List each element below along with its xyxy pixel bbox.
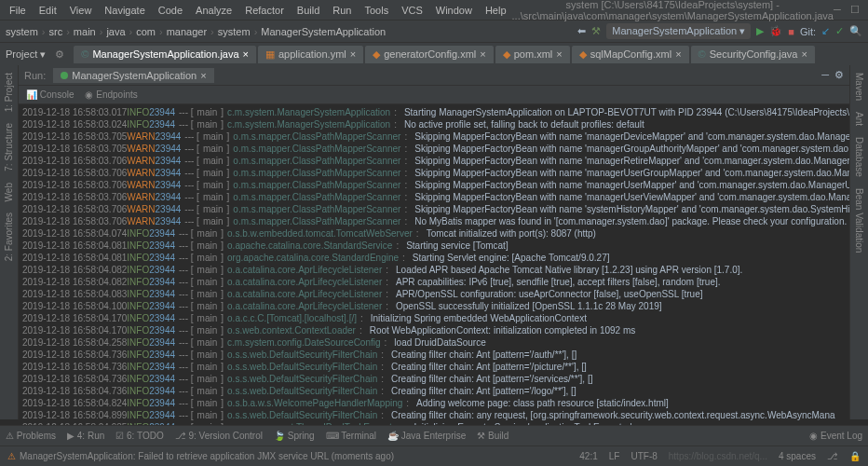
breadcrumb-item[interactable]: main bbox=[74, 26, 96, 37]
menu-file[interactable]: File bbox=[4, 3, 32, 18]
log-line: 2019-12-18 16:58:04.074 INFO 23944 --- [… bbox=[22, 227, 846, 240]
menu-help[interactable]: Help bbox=[480, 3, 512, 18]
bottom-tool-build[interactable]: ⚒ Build bbox=[477, 431, 509, 441]
bottom-tool-4-run[interactable]: ▶ 4: Run bbox=[67, 431, 104, 441]
close-tab-icon[interactable]: × bbox=[200, 70, 206, 81]
build-icon[interactable]: ⚒ bbox=[591, 25, 601, 37]
breadcrumb-item[interactable]: com bbox=[136, 26, 156, 37]
window-title: system [C:\Users\84175\IdeaProjects\syst… bbox=[512, 0, 834, 21]
watermark: https://blog.csdn.net/q... bbox=[669, 451, 767, 461]
sidebar-tool[interactable]: 1: Project bbox=[4, 73, 14, 112]
tab-close-icon[interactable]: × bbox=[556, 48, 562, 60]
git-label: Git: bbox=[800, 26, 816, 37]
tab-close-icon[interactable]: × bbox=[350, 48, 356, 60]
menu-vcs[interactable]: VCS bbox=[396, 3, 428, 18]
editor-tab[interactable]: ◆pom.xml× bbox=[495, 46, 570, 63]
maximize-icon[interactable]: ☐ bbox=[850, 4, 860, 16]
log-line: 2019-12-18 16:58:04.100 INFO 23944 --- [… bbox=[22, 300, 846, 312]
menu-tools[interactable]: Tools bbox=[359, 3, 394, 18]
sidebar-tool[interactable]: Maven bbox=[854, 73, 864, 101]
minimize-icon[interactable]: ─ bbox=[834, 4, 841, 16]
log-line: 2019-12-18 16:58:03.024 INFO 23944 --- [… bbox=[22, 118, 846, 130]
tab-close-icon[interactable]: × bbox=[480, 48, 485, 60]
file-type-icon: ◆ bbox=[579, 48, 587, 61]
bottom-tool-problems[interactable]: ⚠ Problems bbox=[6, 431, 56, 441]
file-type-icon: ◆ bbox=[503, 48, 510, 61]
breadcrumb-item[interactable]: java bbox=[106, 26, 125, 37]
menu-navigate[interactable]: Navigate bbox=[99, 3, 150, 18]
indent-setting[interactable]: 4 spaces bbox=[779, 451, 816, 461]
debug-icon[interactable]: 🐞 bbox=[769, 25, 782, 37]
editor-tab[interactable]: ◆generatorConfig.xml× bbox=[365, 46, 494, 63]
editor-tab[interactable]: ▦application.yml× bbox=[258, 46, 363, 63]
log-line: 2019-12-18 16:58:04.736 INFO 23944 --- [… bbox=[22, 361, 846, 373]
breadcrumb-item[interactable]: manager bbox=[167, 26, 207, 37]
editor-tab[interactable]: ©SecurityConfig.java× bbox=[691, 46, 815, 63]
console-tab[interactable]: 📊 Console bbox=[26, 89, 74, 100]
log-line: 2019-12-18 16:58:04.899 INFO 23944 --- [… bbox=[22, 409, 846, 421]
git-commit-icon[interactable]: ✓ bbox=[835, 25, 844, 37]
menu-refactor[interactable]: Refactor bbox=[239, 3, 290, 18]
menu-code[interactable]: Code bbox=[153, 3, 188, 18]
main-menu: FileEditViewNavigateCodeAnalyzeRefactorB… bbox=[4, 3, 512, 18]
sidebar-tool[interactable]: Web bbox=[4, 183, 14, 201]
endpoints-tab[interactable]: ◉ Endpoints bbox=[85, 89, 137, 100]
bottom-tool-java-enterprise[interactable]: ☕ Java Enterprise bbox=[387, 431, 466, 441]
tab-close-icon[interactable]: × bbox=[243, 48, 249, 60]
log-line: 2019-12-18 16:58:03.706 WARN 23944 --- [… bbox=[22, 155, 846, 167]
sidebar-tool[interactable]: Bean Validation bbox=[854, 188, 864, 253]
right-tool-sidebar: MavenAntDatabaseBean Validation bbox=[849, 65, 868, 419]
bottom-tool-9-version-control[interactable]: ⎇ 9: Version Control bbox=[175, 431, 263, 441]
menu-analyze[interactable]: Analyze bbox=[190, 3, 237, 18]
sidebar-tool[interactable]: 2: Favorites bbox=[4, 212, 14, 261]
breadcrumb-separator: › bbox=[42, 26, 46, 37]
breadcrumbs: system›src›main›java›com›manager›system›… bbox=[6, 26, 386, 37]
menu-build[interactable]: Build bbox=[292, 3, 325, 18]
git-update-icon[interactable]: ↙ bbox=[821, 25, 830, 37]
file-type-icon: ▦ bbox=[265, 48, 275, 61]
sidebar-tool[interactable]: Ant bbox=[854, 112, 864, 126]
log-line: 2019-12-18 16:58:03.706 WARN 23944 --- [… bbox=[22, 191, 846, 203]
lock-icon[interactable]: 🔒 bbox=[849, 451, 861, 461]
back-icon[interactable]: ⬅ bbox=[577, 25, 586, 37]
menu-edit[interactable]: Edit bbox=[34, 3, 62, 18]
status-bar: ⚠ ManagerSystemApplication: Failed to re… bbox=[0, 445, 868, 466]
run-config-dropdown[interactable]: ManagerSystemApplication ▾ bbox=[606, 23, 751, 39]
status-message: ManagerSystemApplication: Failed to retr… bbox=[20, 451, 394, 461]
run-icon[interactable]: ▶ bbox=[756, 25, 764, 37]
tab-close-icon[interactable]: × bbox=[675, 48, 681, 60]
toolbar-right: ⬅ ⚒ ManagerSystemApplication ▾ ▶ 🐞 ■ Git… bbox=[577, 23, 862, 39]
bottom-tool-spring[interactable]: 🍃 Spring bbox=[274, 431, 315, 441]
editor-tabs: Project ▾ ⚙ ©ManagerSystemApplication.ja… bbox=[0, 43, 868, 65]
project-tool-dropdown[interactable]: Project ▾ bbox=[6, 48, 46, 61]
log-line: 2019-12-18 16:58:03.706 WARN 23944 --- [… bbox=[22, 203, 846, 215]
menu-window[interactable]: Window bbox=[430, 3, 478, 18]
git-branch-icon[interactable]: ⎇ bbox=[827, 451, 838, 461]
line-separator[interactable]: LF bbox=[609, 451, 620, 461]
run-settings-icon[interactable]: ⚙ bbox=[834, 69, 844, 81]
search-icon[interactable]: 🔍 bbox=[849, 25, 862, 37]
bottom-tool-6-todo[interactable]: ☑ 6: TODO bbox=[115, 431, 163, 441]
editor-tab[interactable]: ©ManagerSystemApplication.java× bbox=[74, 46, 256, 63]
project-settings-icon[interactable]: ⚙ bbox=[55, 48, 64, 61]
log-line: 2019-12-18 16:58:04.081 INFO 23944 --- [… bbox=[22, 240, 846, 252]
breadcrumb-item[interactable]: system bbox=[6, 26, 38, 37]
run-config-tab[interactable]: ManagerSystemApplication × bbox=[53, 68, 213, 83]
breadcrumb-item[interactable]: src bbox=[49, 26, 63, 37]
run-minimize-icon[interactable]: ─ bbox=[821, 69, 829, 81]
menu-view[interactable]: View bbox=[64, 3, 98, 18]
event-log[interactable]: ◉ Event Log bbox=[809, 431, 862, 441]
encoding[interactable]: UTF-8 bbox=[631, 451, 657, 461]
breadcrumb-item[interactable]: system bbox=[218, 26, 251, 37]
running-icon bbox=[61, 72, 68, 79]
stop-icon[interactable]: ■ bbox=[788, 26, 794, 37]
bottom-tool-terminal[interactable]: ⌨ Terminal bbox=[326, 431, 376, 441]
sidebar-tool[interactable]: Database bbox=[854, 137, 864, 177]
tab-close-icon[interactable]: × bbox=[801, 48, 807, 60]
editor-tab[interactable]: ◆sqlMapConfig.xml× bbox=[572, 46, 689, 63]
menu-run[interactable]: Run bbox=[327, 3, 357, 18]
breadcrumb-item[interactable]: ManagerSystemApplication bbox=[261, 26, 386, 37]
log-line: 2019-12-18 16:58:04.083 INFO 23944 --- [… bbox=[22, 288, 846, 300]
log-line: 2019-12-18 16:58:04.824 INFO 23944 --- [… bbox=[22, 397, 846, 409]
sidebar-tool[interactable]: 7: Structure bbox=[4, 123, 14, 171]
